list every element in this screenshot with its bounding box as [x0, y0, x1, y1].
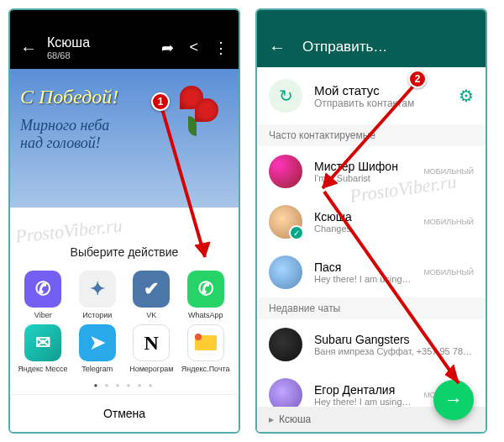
svg-line-4 [324, 192, 459, 383]
page-indicator: ● ● ● ● ● ● [10, 376, 239, 394]
header-title: Ксюша [47, 35, 151, 50]
app-label: Истории [82, 311, 112, 319]
app-label: Яндекс Мессендже [18, 365, 68, 373]
share-forward-icon[interactable]: ➦ [161, 39, 174, 57]
номерограм-icon: N [133, 324, 170, 361]
status-bar [10, 10, 239, 27]
back-icon[interactable]: ← [20, 39, 37, 58]
app-label: VK [146, 311, 156, 319]
яндекс мессендже-icon: ✉ [24, 324, 61, 361]
share-app-номерограм[interactable]: NНомерограм [125, 324, 178, 373]
header-counter: 68/68 [47, 50, 151, 61]
share-app-viber[interactable]: ✆Viber [17, 271, 70, 319]
send-header: ← Отправить… [257, 27, 486, 67]
share-app-vk[interactable]: ✔VK [125, 271, 178, 319]
share-app-whatsapp[interactable]: ✆WhatsApp [180, 271, 233, 319]
share-app-яндекс мессендже[interactable]: ✉Яндекс Мессендже [17, 324, 70, 373]
svg-line-0 [161, 106, 205, 257]
cancel-button[interactable]: Отмена [10, 394, 239, 432]
app-label: WhatsApp [188, 311, 223, 319]
gear-icon[interactable]: ⚙ [459, 86, 474, 106]
vk-icon: ✔ [133, 271, 170, 308]
app-label: Номерограм [129, 365, 173, 373]
selected-check-icon: ✓ [289, 225, 304, 240]
истории-icon: ✦ [79, 271, 116, 308]
share-icon[interactable]: < [189, 39, 198, 57]
header-title: Отправить… [302, 39, 387, 55]
status-bar [257, 10, 486, 27]
right-phone: ← Отправить… ↻ Мой статус Отправить конт… [255, 8, 487, 434]
app-grid: ✆Viber✦Истории✔VK✆WhatsApp✉Яндекс Мессен… [10, 267, 239, 376]
app-label: Telegram [81, 365, 113, 373]
telegram-icon: ➤ [79, 324, 116, 361]
viber-icon: ✆ [24, 271, 61, 308]
svg-marker-1 [195, 242, 210, 257]
share-app-истории[interactable]: ✦Истории [71, 271, 124, 319]
selected-name: Ксюша [279, 413, 311, 425]
more-icon[interactable]: ⋮ [213, 39, 228, 57]
status-ring-icon: ↻ [269, 79, 302, 113]
gallery-header: ← Ксюша 68/68 ➦ < ⋮ [10, 27, 239, 69]
app-label: Viber [34, 311, 52, 319]
share-app-яндекс.почта[interactable]: Яндекс.Почта [180, 324, 233, 373]
avatar [269, 328, 302, 361]
contact-tag: МОБИЛЬНЫЙ [423, 167, 474, 176]
яндекс.почта-icon [187, 324, 224, 361]
avatar: ✓ [269, 205, 302, 239]
back-icon[interactable]: ← [269, 38, 286, 57]
callout-2: 2 [408, 70, 427, 88]
app-label: Яндекс.Почта [181, 365, 230, 373]
whatsapp-icon: ✆ [187, 271, 224, 308]
share-app-telegram[interactable]: ➤Telegram [71, 324, 124, 373]
svg-line-2 [323, 82, 417, 188]
avatar [269, 255, 302, 289]
avatar [269, 155, 302, 188]
left-phone: ← Ксюша 68/68 ➦ < ⋮ С Победой! Мирного н… [8, 8, 240, 434]
callout-1: 1 [151, 92, 170, 111]
